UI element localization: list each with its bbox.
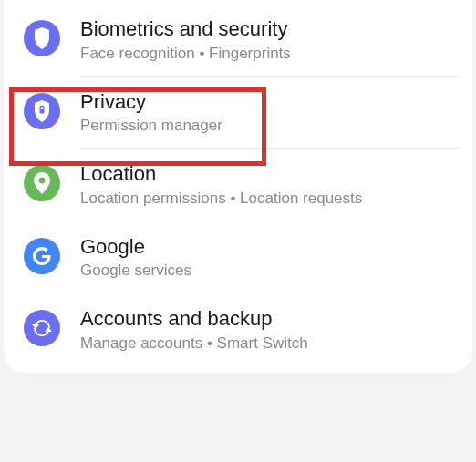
sync-icon [24,310,60,346]
settings-item-title: Biometrics and security [80,16,454,43]
settings-item-accounts[interactable]: Accounts and backup Manage accounts • Sm… [4,293,472,365]
settings-item-text: Privacy Permission manager [80,89,454,136]
settings-item-title: Location [80,161,454,188]
svg-rect-0 [40,109,45,114]
settings-item-biometrics[interactable]: Biometrics and security Face recognition… [4,4,472,76]
settings-item-text: Google Google services [80,234,454,281]
settings-item-privacy[interactable]: Privacy Permission manager [4,77,472,149]
settings-item-title: Accounts and backup [80,306,454,333]
location-pin-icon [24,165,60,201]
settings-item-location[interactable]: Location Location permissions • Location… [4,149,472,221]
shield-icon [24,20,60,56]
settings-item-subtitle: Location permissions • Location requests [80,190,454,208]
settings-item-text: Biometrics and security Face recognition… [80,16,454,63]
settings-item-text: Accounts and backup Manage accounts • Sm… [80,306,454,353]
settings-item-google[interactable]: Google Google services [4,221,472,293]
settings-item-subtitle: Manage accounts • Smart Switch [80,334,454,353]
settings-item-title: Privacy [80,89,454,116]
privacy-shield-icon [24,93,60,129]
settings-item-subtitle: Permission manager [80,117,454,135]
settings-item-subtitle: Google services [80,262,454,280]
settings-list: Biometrics and security Face recognition… [4,0,472,373]
settings-item-subtitle: Face recognition • Fingerprints [80,45,454,63]
settings-item-title: Google [80,234,454,261]
svg-point-1 [39,178,46,184]
google-icon [24,238,60,274]
settings-item-text: Location Location permissions • Location… [80,161,454,208]
